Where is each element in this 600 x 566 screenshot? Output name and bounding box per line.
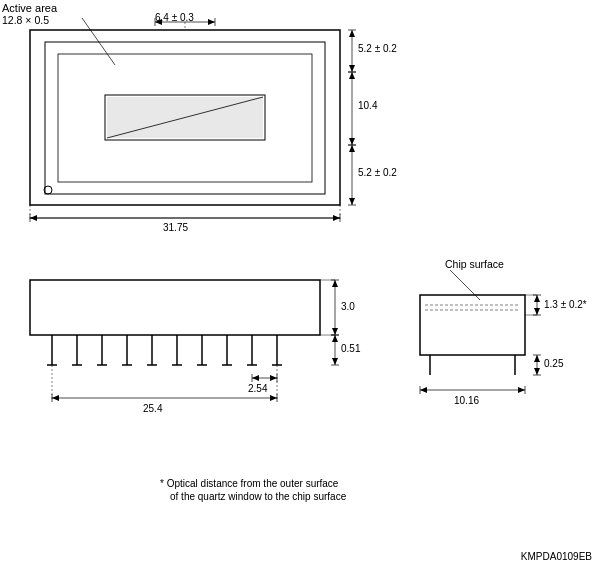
footnote-line1: * Optical distance from the outer surfac… [160, 478, 338, 489]
svg-rect-43 [30, 280, 320, 335]
svg-marker-103 [252, 375, 259, 381]
svg-marker-102 [534, 368, 540, 375]
dim-31-75: 31.75 [163, 222, 188, 233]
dim-1-3: 1.3 ± 0.2* [544, 299, 587, 310]
svg-marker-100 [534, 308, 540, 315]
dim-10-4: 10.4 [358, 100, 377, 111]
svg-marker-99 [534, 295, 540, 302]
svg-marker-84 [333, 215, 340, 221]
svg-marker-90 [349, 198, 355, 205]
dim-0-25: 0.25 [544, 358, 563, 369]
svg-marker-96 [270, 395, 277, 401]
svg-marker-85 [349, 30, 355, 37]
dim-0-51: 0.51 [341, 343, 360, 354]
svg-marker-91 [332, 280, 338, 287]
part-number: KMPDA0109EB [521, 551, 592, 562]
svg-marker-104 [270, 375, 277, 381]
chip-surface-label: Chip surface [445, 258, 504, 270]
svg-marker-87 [349, 72, 355, 79]
svg-marker-101 [534, 355, 540, 362]
svg-marker-94 [332, 358, 338, 365]
active-area-dim: 12.8 × 0.5 [2, 14, 49, 26]
dim-6-4: 6.4 ± 0.3 [155, 12, 194, 23]
svg-marker-86 [349, 65, 355, 72]
svg-marker-92 [332, 328, 338, 335]
svg-marker-95 [52, 395, 59, 401]
footnote-line2: of the quartz window to the chip surface [170, 491, 346, 502]
dim-3-0: 3.0 [341, 301, 355, 312]
svg-marker-89 [349, 145, 355, 152]
svg-marker-93 [332, 335, 338, 342]
dim-5-2-bottom: 5.2 ± 0.2 [358, 167, 397, 178]
svg-marker-97 [420, 387, 427, 393]
svg-marker-82 [208, 19, 215, 25]
active-area-label: Active area [2, 2, 57, 14]
dim-10-16: 10.16 [454, 395, 479, 406]
svg-marker-88 [349, 138, 355, 145]
dim-5-2-top: 5.2 ± 0.2 [358, 43, 397, 54]
diagram-container: Active area 12.8 × 0.5 6.4 ± 0.3 5.2 ± 0… [0, 0, 600, 566]
svg-rect-27 [420, 295, 525, 355]
svg-marker-98 [518, 387, 525, 393]
dim-2-54: 2.54 [248, 383, 267, 394]
dim-25-4: 25.4 [143, 403, 162, 414]
svg-marker-83 [30, 215, 37, 221]
